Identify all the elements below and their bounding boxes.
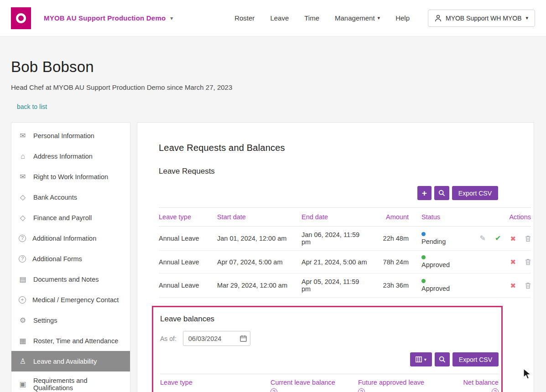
top-bar: MYOB AU Support Production Demo ▾ Roster… [0,0,546,36]
col-status[interactable]: Status [409,213,472,221]
envelope-icon: ✉ [19,173,27,181]
columns-icon [416,356,422,362]
decline-x-icon[interactable]: ✖ [510,282,516,289]
nav-leave[interactable]: Leave [270,14,289,22]
plus-circle-icon: + [19,296,26,304]
export-balances-csv-button[interactable]: Export CSV [452,352,499,366]
help-icon[interactable]: ? [270,388,277,392]
col-leave-type[interactable]: Leave type [159,213,217,221]
sidebar-item-settings[interactable]: ⚙ Settings [11,310,130,330]
plus-icon: + [422,188,427,198]
col-current-balance[interactable]: Current leave balance ? [270,379,358,392]
nav-time[interactable]: Time [304,14,319,22]
trash-icon[interactable] [525,282,531,289]
leave-request-row: Annual Leave Apr 07, 2024, 5:00 am Apr 2… [159,251,531,273]
help-icon[interactable]: ? [492,388,499,392]
status-cell: Approved [409,279,472,292]
home-icon: ⌂ [19,153,27,160]
edit-icon[interactable]: ✎ [480,235,486,242]
tag-icon: ◇ [19,194,27,201]
add-leave-request-button[interactable]: + [417,186,432,200]
employee-subtitle: Head Chef at MYOB AU Support Production … [11,83,546,91]
leave-panel: Leave Requests and Balances Leave Reques… [137,122,534,392]
back-to-list-link[interactable]: back to list [17,103,47,110]
status-dot-approved [421,279,426,283]
person-leave-icon: ♙ [19,358,27,365]
search-requests-button[interactable] [434,186,449,200]
panel-title: Leave Requests and Balances [159,143,512,153]
sidebar-item-bank-accounts[interactable]: ◇ Bank Accounts [11,187,130,207]
sidebar-item-additional-forms[interactable]: ? Additional Forms [11,248,130,269]
sidebar-item-personal-information[interactable]: ✉ Personal Information [11,125,130,146]
status-cell: Pending [409,232,472,245]
balances-toolbar: ▾ Export CSV [159,352,499,366]
start-date: Jan 01, 2024, 12:00 am [217,235,302,242]
leave-balances-table: Leave type Current leave balance ? Futur… [160,374,499,392]
calendar-icon[interactable] [240,335,247,342]
search-icon [439,356,446,363]
sidebar-item-finance-and-payroll[interactable]: ◇ Finance and Payroll [11,207,130,228]
leave-balances-title: Leave balances [160,315,499,324]
person-icon [435,15,442,22]
amount: 23h 36m [370,282,409,289]
document-icon: ▤ [19,276,27,283]
row-actions: ✖ [472,258,531,265]
sidebar-item-medical-emergency-contact[interactable]: + Medical / Emergency Contact [11,289,130,310]
employee-name: Bob Bobson [11,58,546,76]
question-circle-icon: ? [19,255,26,263]
status-dot-approved [421,255,426,259]
sidebar-item-roster-time-attendance[interactable]: ▦ Roster, Time and Attendance [11,330,130,351]
sidebar-item-requirements-qualifications[interactable]: ▣ Requirements and Qualifications [11,371,130,392]
help-icon[interactable]: ? [358,388,365,392]
nav-help[interactable]: Help [395,14,410,22]
decline-x-icon[interactable]: ✖ [510,235,516,242]
amount: 22h 48m [370,235,409,242]
col-leave-type[interactable]: Leave type [160,379,270,392]
trash-icon[interactable] [525,235,531,242]
export-requests-csv-button[interactable]: Export CSV [452,186,498,200]
myob-logo[interactable] [11,7,31,29]
sidebar-item-documents-and-notes[interactable]: ▤ Documents and Notes [11,269,130,289]
as-of-label: As of: [160,335,177,342]
col-amount[interactable]: Amount [370,213,409,221]
sidebar-item-address-information[interactable]: ⌂ Address Information [11,146,130,166]
leave-type: Annual Leave [159,282,217,289]
chevron-down-icon: ▾ [170,15,173,21]
start-date: Mar 29, 2024, 12:00 am [217,282,302,289]
col-start-date[interactable]: Start date [217,213,302,221]
trash-icon[interactable] [525,258,531,265]
decline-x-icon[interactable]: ✖ [510,258,516,265]
top-nav: Roster Leave Time Management ▾ Help [234,14,410,22]
start-date: Apr 07, 2024, 5:00 am [217,258,302,266]
end-date: Apr 05, 2024, 11:59 pm [302,278,370,293]
status-label: Approved [421,261,450,268]
as-of-row: As of: [160,331,499,346]
col-net-balance[interactable]: Net balance ? [447,379,499,392]
leave-type: Annual Leave [159,235,217,242]
amount: 78h 24m [370,258,409,266]
end-date: Jan 06, 2024, 11:59 pm [302,231,370,246]
search-icon [438,190,445,196]
col-actions: Actions [472,213,531,221]
nav-roster[interactable]: Roster [234,14,255,22]
user-menu-button[interactable]: MYOB Support WH MYOB ▾ [428,10,535,27]
tag-icon: ◇ [19,214,27,222]
chevron-down-icon: ▾ [525,15,528,21]
envelope-icon: ✉ [19,132,27,139]
columns-toggle-button[interactable]: ▾ [410,352,432,366]
status-label: Approved [421,285,450,292]
sidebar-item-leave-and-availability[interactable]: ♙ Leave and Availability [11,351,130,371]
col-future-approved[interactable]: Future approved leave ? [358,379,447,392]
leave-type: Annual Leave [159,258,217,266]
status-dot-pending [421,232,426,236]
search-balances-button[interactable] [435,352,450,366]
sidebar-item-additional-information[interactable]: ? Additional Information [11,228,130,248]
nav-management[interactable]: Management ▾ [335,14,380,22]
company-switcher[interactable]: MYOB AU Support Production Demo ▾ [44,14,173,22]
col-end-date[interactable]: End date [302,213,370,221]
requests-toolbar: + Export CSV [159,186,498,200]
approve-check-icon[interactable]: ✔ [495,235,501,242]
leave-balances-highlight-annotation: Leave balances As of: ▾ [152,306,503,392]
chevron-down-icon: ▾ [378,15,380,21]
sidebar-item-right-to-work[interactable]: ✉ Right to Work Information [11,166,130,187]
